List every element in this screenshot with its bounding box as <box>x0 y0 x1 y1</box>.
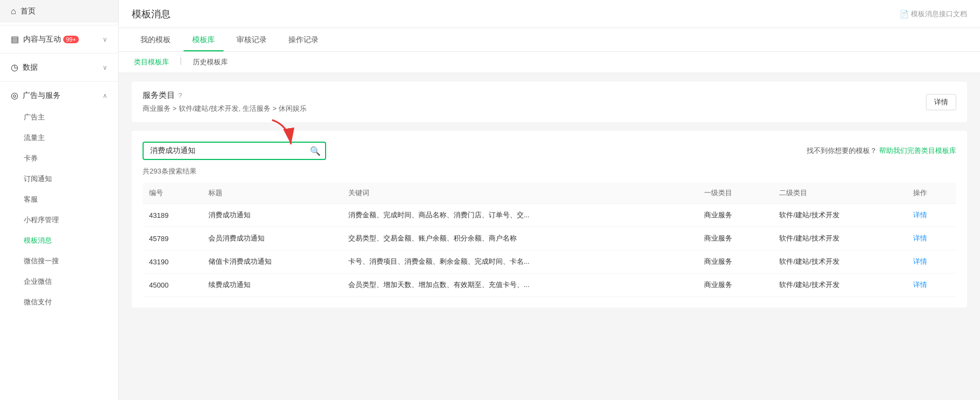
sidebar-item-weixin-search[interactable]: 微信搜一搜 <box>0 251 118 271</box>
search-area: 🔍 找不到你想要的模板？ 帮助我们完善类目模板库 <box>132 131 967 308</box>
sidebar-item-ads[interactable]: ◎ 广告与服务 ∧ <box>0 84 118 107</box>
sidebar-divider-3 <box>0 81 118 82</box>
service-category-detail-btn[interactable]: 详情 <box>926 94 956 110</box>
search-hint-link[interactable]: 帮助我们完善类目模板库 <box>879 146 956 155</box>
sidebar-divider-2 <box>0 53 118 54</box>
content-area: 服务类目 ? 商业服务 > 软件/建站/技术开发, 生活服务 > 休闲娱乐 详情… <box>119 73 980 400</box>
sidebar-item-order-notice[interactable]: 订阅通知 <box>0 169 118 189</box>
doc-link[interactable]: 📄 模板消息接口文档 <box>900 9 967 19</box>
cell-keywords: 卡号、消费项目、消费金额、剩余金额、完成时间、卡名... <box>342 250 698 274</box>
service-category-path: 商业服务 > 软件/建站/技术开发, 生活服务 > 休闲娱乐 <box>143 104 307 114</box>
cell-category2: 软件/建站/技术开发 <box>773 204 907 227</box>
sidebar-enterprise-weixin-label: 企业微信 <box>24 277 52 285</box>
tab-template-library[interactable]: 模板库 <box>184 35 224 51</box>
sidebar-item-enterprise-weixin[interactable]: 企业微信 <box>0 271 118 292</box>
cell-category1: 商业服务 <box>698 250 773 274</box>
sidebar-item-content[interactable]: ▤ 内容与互动 99+ ∨ <box>0 28 118 51</box>
sidebar-home-label: 首页 <box>21 6 36 16</box>
sidebar-item-miniapp[interactable]: 小程序管理 <box>0 210 118 230</box>
service-category-left: 服务类目 ? 商业服务 > 软件/建站/技术开发, 生活服务 > 休闲娱乐 <box>143 90 307 114</box>
sidebar-publisher-label: 流量主 <box>24 134 45 142</box>
cell-category1: 商业服务 <box>698 204 773 227</box>
sidebar-item-data[interactable]: ◷ 数据 ∨ <box>0 56 118 79</box>
tab-operation-record[interactable]: 操作记录 <box>280 35 327 51</box>
result-table: 编号 标题 关键词 一级类目 二级类目 操作 43189 消费成功通知 消费金额… <box>143 183 956 297</box>
sidebar-content-label: 内容与互动 <box>23 35 61 44</box>
main-content: 模板消息 📄 模板消息接口文档 我的模板 模板库 审核记录 操作记录 类目模板库… <box>119 0 980 400</box>
help-icon[interactable]: ? <box>178 91 182 99</box>
col-keywords: 关键词 <box>342 183 698 204</box>
sidebar-ads-label: 广告与服务 <box>23 91 60 101</box>
table-row: 45789 会员消费成功通知 交易类型、交易金额、账户余额、积分余额、商户名称 … <box>143 227 956 250</box>
cell-category1: 商业服务 <box>698 274 773 297</box>
page-title: 模板消息 <box>132 8 171 21</box>
sidebar-miniapp-label: 小程序管理 <box>24 216 59 224</box>
cell-category2: 软件/建站/技术开发 <box>773 227 907 250</box>
cell-id: 45789 <box>143 227 202 250</box>
cell-keywords: 消费金额、完成时间、商品名称、消费门店、订单号、交... <box>342 204 698 227</box>
tab-my-template[interactable]: 我的模板 <box>132 35 179 51</box>
sidebar-template-msg-label: 模板消息 <box>24 236 52 244</box>
home-icon: ⌂ <box>11 6 16 16</box>
service-category-path-text: 商业服务 > 软件/建站/技术开发, 生活服务 > 休闲娱乐 <box>143 104 307 112</box>
sidebar-order-notice-label: 订阅通知 <box>24 175 52 183</box>
cell-keywords: 会员类型、增加天数、增加点数、有效期至、充值卡号、... <box>342 274 698 297</box>
table-row: 45000 续费成功通知 会员类型、增加天数、增加点数、有效期至、充值卡号、..… <box>143 274 956 297</box>
action-link[interactable]: 详情 <box>913 281 927 289</box>
sidebar-item-coupon[interactable]: 卡券 <box>0 148 118 169</box>
cell-action: 详情 <box>907 250 956 274</box>
col-category2: 二级类目 <box>773 183 907 204</box>
tab-audit-record[interactable]: 审核记录 <box>228 35 275 51</box>
tab-my-template-label: 我的模板 <box>140 35 171 44</box>
cell-action: 详情 <box>907 274 956 297</box>
sub-tab-category-library[interactable]: 类目模板库 <box>132 56 171 68</box>
table-row: 43189 消费成功通知 消费金额、完成时间、商品名称、消费门店、订单号、交..… <box>143 204 956 227</box>
sub-tab-history-library[interactable]: 历史模板库 <box>191 56 230 68</box>
search-input[interactable] <box>143 142 326 160</box>
search-input-wrap: 🔍 <box>143 142 326 160</box>
sidebar-advertiser-label: 广告主 <box>24 113 45 121</box>
cell-title: 储值卡消费成功通知 <box>202 250 341 274</box>
service-category-title: 服务类目 ? <box>143 90 307 101</box>
topbar: 模板消息 📄 模板消息接口文档 <box>119 0 980 28</box>
ads-icon: ◎ <box>11 90 18 101</box>
table-body: 43189 消费成功通知 消费金额、完成时间、商品名称、消费门店、订单号、交..… <box>143 204 956 297</box>
tab-audit-record-label: 审核记录 <box>236 35 267 44</box>
cell-title: 续费成功通知 <box>202 274 341 297</box>
action-link[interactable]: 详情 <box>913 211 927 219</box>
sidebar-item-customer-service[interactable]: 客服 <box>0 189 118 210</box>
search-icon-btn[interactable]: 🔍 <box>310 146 321 156</box>
sidebar-coupon-label: 卡券 <box>24 154 38 162</box>
chevron-down-icon: ∨ <box>103 36 107 43</box>
action-link[interactable]: 详情 <box>913 257 927 265</box>
tab-template-library-label: 模板库 <box>192 35 215 44</box>
search-hint-text: 找不到你想要的模板？ <box>807 146 877 155</box>
search-hint: 找不到你想要的模板？ 帮助我们完善类目模板库 <box>807 146 956 156</box>
chevron-up-icon: ∧ <box>103 92 107 99</box>
service-category-box: 服务类目 ? 商业服务 > 软件/建站/技术开发, 生活服务 > 休闲娱乐 详情 <box>132 82 967 122</box>
data-icon: ◷ <box>11 62 18 72</box>
sidebar-item-weixin-pay[interactable]: 微信支付 <box>0 292 118 312</box>
sidebar: ⌂ 首页 ▤ 内容与互动 99+ ∨ ◷ 数据 ∨ ◎ 广告与服务 ∧ 广告主 … <box>0 0 119 400</box>
sub-tabs-bar: 类目模板库 | 历史模板库 <box>119 52 980 73</box>
doc-icon: 📄 <box>900 10 909 18</box>
col-title: 标题 <box>202 183 341 204</box>
cell-title: 会员消费成功通知 <box>202 227 341 250</box>
search-icon: 🔍 <box>310 146 321 156</box>
tab-operation-record-label: 操作记录 <box>288 35 319 44</box>
sidebar-item-home[interactable]: ⌂ 首页 <box>0 0 118 23</box>
table-header-row: 编号 标题 关键词 一级类目 二级类目 操作 <box>143 183 956 204</box>
cell-category2: 软件/建站/技术开发 <box>773 274 907 297</box>
sidebar-weixin-pay-label: 微信支付 <box>24 298 52 306</box>
sidebar-item-advertiser[interactable]: 广告主 <box>0 107 118 128</box>
cell-id: 43190 <box>143 250 202 274</box>
sidebar-item-publisher[interactable]: 流量主 <box>0 128 118 148</box>
cell-action: 详情 <box>907 227 956 250</box>
tabs-bar: 我的模板 模板库 审核记录 操作记录 <box>119 28 980 52</box>
col-category1: 一级类目 <box>698 183 773 204</box>
col-id: 编号 <box>143 183 202 204</box>
action-link[interactable]: 详情 <box>913 234 927 242</box>
cell-id: 45000 <box>143 274 202 297</box>
sidebar-data-label: 数据 <box>23 63 38 72</box>
sidebar-item-template-msg[interactable]: 模板消息 <box>0 230 118 251</box>
